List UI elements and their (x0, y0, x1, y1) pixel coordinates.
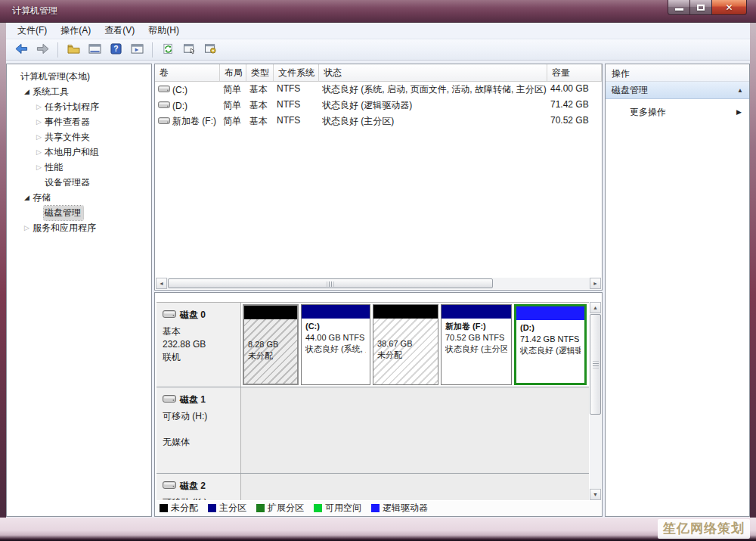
menu-item-0[interactable]: 文件(F) (11, 22, 54, 39)
sidebar-item-7[interactable]: 设备管理器 (7, 175, 151, 190)
sidebar-item-8[interactable]: ◢存储 (7, 190, 151, 205)
more-actions-item[interactable]: 更多操作 ▶ (606, 104, 749, 120)
disk-info-line: 232.88 GB (163, 338, 236, 351)
partition-unallocated-2[interactable]: 38.67 GB未分配 (373, 304, 438, 385)
scrollbar-thumb[interactable] (168, 278, 493, 288)
actions-section-disk-management[interactable]: 磁盘管理 ▲ (606, 82, 749, 99)
minimize-button[interactable] (668, 0, 690, 15)
menu-item-1[interactable]: 操作(A) (54, 22, 98, 39)
maximize-button[interactable] (690, 0, 712, 15)
tree-item-content: 磁盘管理 (44, 206, 83, 220)
table-row[interactable]: (D:)简单基本NTFS状态良好 (逻辑驱动器)71.42 GB (155, 98, 602, 113)
properties-button[interactable] (180, 42, 198, 58)
legend-label: 未分配 (171, 502, 198, 515)
more-actions-label: 更多操作 (630, 106, 666, 119)
partition-title: 新加卷 (F:) (445, 321, 507, 332)
scroll-right-icon[interactable]: ► (590, 278, 601, 289)
legend-color-swatch (208, 504, 216, 512)
toolbar-separator (57, 42, 58, 58)
sidebar-item-6[interactable]: ▷性能 (7, 160, 151, 175)
svg-text:?: ? (113, 45, 118, 53)
gear-window-icon (204, 43, 217, 57)
help-button[interactable]: ? (107, 42, 125, 58)
partition-unallocated-0[interactable]: 8.28 GB未分配 (243, 304, 299, 385)
tree-expanded-arrow-icon[interactable]: ◢ (22, 194, 32, 201)
column-header-1[interactable]: 布局 (220, 64, 246, 82)
back-button[interactable] (12, 42, 30, 58)
tree-collapsed-arrow-icon[interactable]: ▷ (34, 163, 44, 171)
column-header-5[interactable]: 容量 (547, 64, 602, 82)
volume-name-label: (D:) (172, 101, 187, 111)
vertical-scrollbar[interactable]: ▲ ▼ (590, 302, 601, 500)
console-tree-panel: 计算机管理(本地)◢系统工具▷任务计划程序▷事件查看器▷共享文件夹▷本地用户和组… (6, 64, 152, 517)
tree-expanded-arrow-icon[interactable]: ◢ (22, 88, 32, 95)
close-button[interactable]: ✕ (712, 0, 747, 15)
sidebar-item-4[interactable]: ▷共享文件夹 (7, 129, 151, 145)
menu-item-2[interactable]: 查看(V) (98, 22, 141, 39)
column-header-4[interactable]: 状态 (319, 64, 547, 82)
tree-item-label: 共享文件夹 (45, 131, 90, 144)
partition-新加卷 (F:)[interactable]: 新加卷 (F:)70.52 GB NTFS状态良好 (主分区) (441, 304, 512, 385)
legend-color-swatch (314, 504, 322, 512)
console-window-button[interactable] (85, 42, 104, 58)
partition-line: 状态良好 (逻辑驱动器) (520, 345, 581, 356)
disk-info-line: 基本 (163, 325, 236, 338)
disk-info-line: 联机 (163, 351, 236, 364)
disk-label-1[interactable]: 磁盘 1可移动 (H:)无媒体 (156, 387, 241, 473)
horizontal-scrollbar[interactable]: ◄ ► (156, 278, 601, 289)
tree-item-content: 共享文件夹 (44, 130, 92, 145)
partition-type-bar (302, 305, 370, 319)
legend-item-4: 逻辑驱动器 (371, 502, 428, 515)
volume-cell-3: 状态良好 (系统, 启动, 页面文件, 活动, 故障转储, 主分区) (319, 82, 547, 98)
folder-button[interactable] (64, 42, 82, 58)
column-header-3[interactable]: 文件系统 (274, 64, 319, 82)
disk-info-line: 可移动 (K:) (163, 496, 236, 500)
volume-cell-1: 基本 (246, 113, 274, 129)
gear-window-button[interactable] (201, 42, 219, 58)
tree-collapsed-arrow-icon[interactable]: ▷ (34, 133, 44, 141)
disk-label-2[interactable]: 磁盘 2可移动 (K:) (156, 474, 241, 500)
tree-item-label: 磁盘管理 (45, 207, 81, 219)
properties-icon (183, 43, 196, 57)
scroll-left-icon[interactable]: ◄ (156, 278, 167, 289)
disk-label-0[interactable]: 磁盘 0基本232.88 GB联机 (156, 303, 241, 387)
sidebar-item-2[interactable]: ▷任务计划程序 (7, 99, 151, 114)
volume-cell-2: NTFS (274, 82, 319, 98)
sidebar-item-1[interactable]: ◢系统工具 (7, 84, 151, 99)
window-frame-bottom (0, 518, 756, 541)
table-row[interactable]: 新加卷 (F:)简单基本NTFS状态良好 (主分区)70.52 GB (155, 113, 602, 129)
column-header-2[interactable]: 类型 (246, 64, 274, 82)
tree-item-content: 事件查看器 (44, 115, 92, 129)
table-row[interactable]: (C:)简单基本NTFS状态良好 (系统, 启动, 页面文件, 活动, 故障转储… (155, 82, 602, 98)
scroll-up-icon[interactable]: ▲ (590, 302, 601, 313)
partition-type-bar (516, 306, 584, 320)
menu-item-3[interactable]: 帮助(H) (141, 22, 186, 39)
partition-(C:)[interactable]: (C:)44.00 GB NTFS状态良好 (系统, 启动, 页面文件, 活动,… (301, 304, 370, 385)
disk-row-0: 磁盘 0基本232.88 GB联机8.28 GB未分配(C:)44.00 GB … (156, 303, 589, 387)
partition-(D:)[interactable]: (D:)71.42 GB NTFS状态良好 (逻辑驱动器) (514, 304, 587, 385)
sidebar-item-0[interactable]: 计算机管理(本地) (7, 69, 151, 84)
collapse-icon[interactable]: ▲ (737, 87, 743, 94)
scroll-down-icon[interactable]: ▼ (590, 489, 601, 500)
sidebar-item-9[interactable]: 磁盘管理 (7, 205, 151, 220)
disk-title: 磁盘 2 (163, 480, 236, 493)
column-header-0[interactable]: 卷 (155, 64, 220, 82)
tree-item-content: 任务计划程序 (44, 100, 101, 114)
sidebar-item-3[interactable]: ▷事件查看器 (7, 114, 151, 129)
refresh-button[interactable] (159, 42, 177, 58)
tree-collapsed-arrow-icon[interactable]: ▷ (34, 118, 44, 126)
vscrollbar-thumb[interactable] (590, 314, 601, 415)
tree-collapsed-arrow-icon[interactable]: ▷ (34, 148, 44, 156)
tree-item-content: 系统工具 (32, 85, 71, 99)
console-window2-button[interactable] (128, 42, 146, 58)
tree-collapsed-arrow-icon[interactable]: ▷ (34, 103, 44, 110)
actions-panel-title: 操作 (606, 64, 749, 82)
volume-cell-2: NTFS (274, 98, 319, 113)
disk-name: 磁盘 0 (180, 309, 206, 322)
tree-collapsed-arrow-icon[interactable]: ▷ (22, 224, 32, 232)
forward-button[interactable] (33, 42, 51, 58)
legend-label: 扩展分区 (268, 502, 304, 515)
sidebar-item-10[interactable]: ▷服务和应用程序 (7, 220, 151, 235)
console-window-icon (88, 43, 101, 57)
sidebar-item-5[interactable]: ▷本地用户和组 (7, 145, 151, 160)
